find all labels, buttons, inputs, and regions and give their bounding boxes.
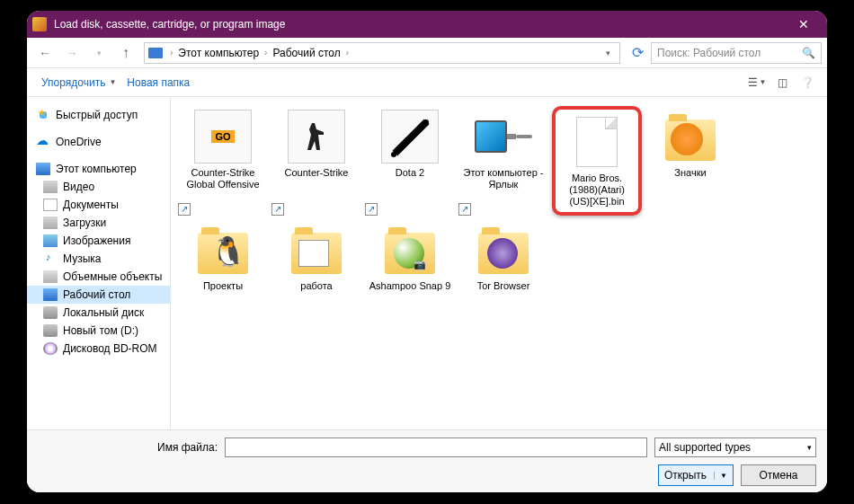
folder-icon [662, 110, 719, 164]
folder-icon [288, 223, 345, 277]
open-label: Открыть [664, 469, 707, 482]
file-item-mario-bin[interactable]: Mario Bros.(1988)(Atari)(US)[XE].bin [552, 106, 642, 216]
file-label: работа [300, 280, 332, 292]
sidebar: Быстрый доступ OneDrive Этот компьютер В… [27, 97, 171, 429]
cloud-icon [36, 136, 50, 148]
help-button[interactable]: ❔ [796, 73, 818, 93]
sidebar-item-documents[interactable]: Документы [27, 196, 170, 214]
search-placeholder: Поиск: Рабочий стол [657, 47, 761, 59]
sidebar-label: Музыка [63, 252, 101, 265]
file-item-projects-folder[interactable]: 🐧 Проекты [178, 219, 268, 296]
breadcrumb-thispc[interactable]: Этот компьютер [176, 47, 261, 59]
file-label: Ashampoo Snap 9 [369, 280, 451, 292]
sidebar-item-images[interactable]: Изображения [27, 232, 170, 250]
file-label: Dota 2 [396, 167, 424, 179]
shortcut-icon: ↗ [178, 203, 191, 216]
cancel-label: Отмена [759, 469, 797, 482]
sidebar-label: Рабочий стол [63, 288, 130, 301]
disk-icon [43, 306, 58, 319]
folder-icon [381, 223, 439, 277]
folder-icon [475, 223, 532, 277]
sidebar-item-volume-d[interactable]: Новый том (D:) [27, 322, 170, 340]
filename-label: Имя файла: [38, 441, 218, 454]
refresh-button[interactable]: ⟳ [626, 44, 649, 61]
chevron-down-icon: ▼ [109, 78, 116, 86]
sidebar-label: Изображения [63, 234, 130, 247]
cs-icon [288, 110, 345, 164]
sidebar-label: Видео [63, 181, 94, 193]
sidebar-item-video[interactable]: Видео [27, 178, 170, 196]
shortcut-icon: ↗ [365, 203, 378, 216]
newfolder-label: Новая папка [127, 76, 190, 89]
new-folder-button[interactable]: Новая папка [121, 73, 195, 93]
chevron-right-icon: › [261, 48, 271, 57]
forward-button[interactable]: → [59, 41, 85, 65]
chevron-down-icon: ▼ [714, 472, 727, 480]
sidebar-item-localdisk[interactable]: Локальный диск [27, 304, 170, 322]
filetype-select[interactable]: All supported types ▾ [654, 438, 816, 457]
shortcut-icon: ↗ [271, 203, 284, 216]
shortcut-icon: ↗ [458, 203, 471, 216]
desktop-icon [43, 288, 58, 301]
file-item-ashampoo-folder[interactable]: Ashampoo Snap 9 [365, 219, 455, 296]
file-label: Этот компьютер - Ярлык [462, 167, 545, 190]
monitor-icon [475, 110, 532, 164]
sidebar-label: Быстрый доступ [56, 109, 138, 121]
chevron-right-icon: › [166, 48, 176, 57]
file-item-thispc-shortcut[interactable]: ↗ Этот компьютер - Ярлык [458, 106, 548, 216]
file-item-tor-folder[interactable]: Tor Browser [458, 219, 548, 296]
csgo-icon: GO [194, 110, 252, 164]
back-button[interactable]: ← [32, 41, 58, 65]
titlebar: Load disk, cassette, cartridge, or progr… [27, 11, 827, 38]
filename-input[interactable] [225, 438, 647, 457]
body: Быстрый доступ OneDrive Этот компьютер В… [27, 97, 827, 429]
music-icon [43, 252, 58, 265]
preview-pane-button[interactable]: ◫ [771, 73, 793, 93]
organize-label: Упорядочить [41, 76, 105, 89]
address-dropdown[interactable]: ▾ [600, 49, 616, 57]
sidebar-label: Этот компьютер [56, 163, 137, 175]
file-label: Проекты [203, 280, 243, 292]
sidebar-item-desktop[interactable]: Рабочий стол [27, 286, 170, 304]
objects-icon [43, 270, 58, 283]
search-input[interactable]: Поиск: Рабочий стол 🔍 [651, 42, 822, 64]
close-button[interactable]: ✕ [786, 17, 822, 31]
file-item-dota2[interactable]: ↗ Dota 2 [365, 106, 455, 216]
sidebar-label: Локальный диск [63, 306, 144, 319]
sidebar-item-3dobjects[interactable]: Объемные объекты [27, 268, 170, 286]
view-options-button[interactable]: ☰▼ [746, 73, 768, 93]
csgo-text: GO [211, 130, 234, 143]
dialog-window: Load disk, cassette, cartridge, or progr… [23, 7, 831, 496]
file-label: Counter-Strike [285, 167, 349, 179]
file-item-csgo[interactable]: GO ↗ Counter-Strike Global Offensive [178, 106, 268, 216]
sidebar-quick-access[interactable]: Быстрый доступ [27, 106, 170, 124]
sidebar-label: Новый том (D:) [63, 324, 138, 337]
up-button[interactable]: ↑ [113, 41, 138, 65]
toolbar: Упорядочить ▼ Новая папка ☰▼ ◫ ❔ [27, 68, 827, 97]
sidebar-label: OneDrive [56, 136, 102, 148]
sidebar-label: Загрузки [63, 217, 106, 229]
sidebar-item-downloads[interactable]: Загрузки [27, 214, 170, 232]
sidebar-label: Объемные объекты [63, 270, 162, 283]
file-item-work-folder[interactable]: работа [271, 219, 361, 296]
document-icon [43, 199, 58, 211]
nav-bar: ← → ▾ ↑ › Этот компьютер › Рабочий стол … [27, 38, 827, 68]
open-button[interactable]: Открыть ▼ [658, 464, 734, 486]
video-icon [43, 181, 58, 193]
cancel-button[interactable]: Отмена [741, 464, 816, 486]
star-icon [36, 109, 50, 121]
recent-dropdown[interactable]: ▾ [86, 41, 111, 65]
sidebar-item-music[interactable]: Музыка [27, 250, 170, 268]
file-label: Mario Bros.(1988)(Atari)(US)[XE].bin [559, 172, 635, 208]
folder-icon: 🐧 [194, 223, 252, 277]
sidebar-onedrive[interactable]: OneDrive [27, 133, 170, 151]
organize-menu[interactable]: Упорядочить ▼ [36, 73, 121, 93]
sidebar-thispc[interactable]: Этот компьютер [27, 160, 170, 178]
file-item-cs[interactable]: ↗ Counter-Strike [271, 106, 361, 216]
breadcrumb-desktop[interactable]: Рабочий стол [271, 47, 342, 59]
chevron-right-icon: › [342, 48, 352, 57]
file-item-icons-folder[interactable]: Значки [645, 106, 735, 216]
filetype-label: All supported types [659, 441, 751, 454]
address-bar[interactable]: › Этот компьютер › Рабочий стол › ▾ [144, 42, 620, 64]
sidebar-item-bdrom[interactable]: Дисковод BD-ROM [27, 340, 170, 358]
